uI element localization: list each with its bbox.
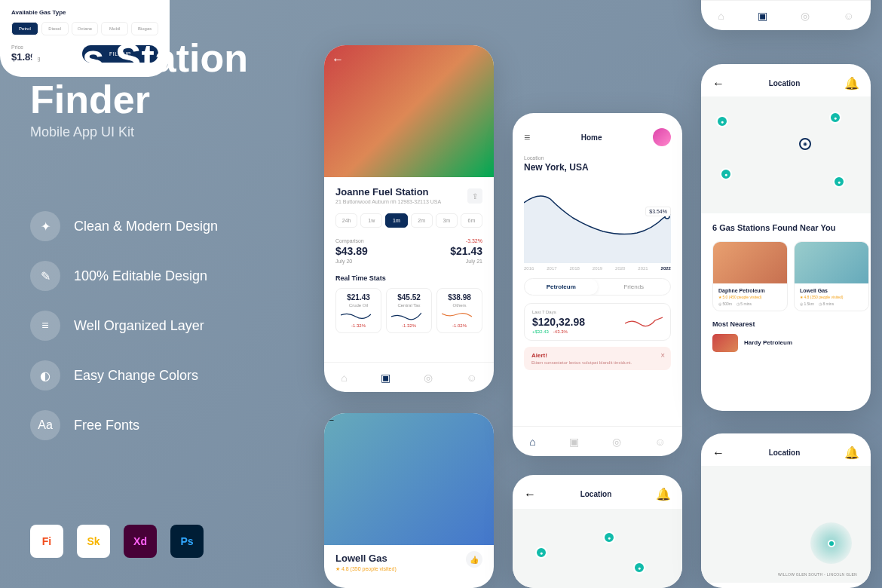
tool-icons: Fi Sk Xd Ps: [30, 525, 204, 558]
close-icon[interactable]: ×: [660, 351, 665, 360]
chart-badge: $3.54%: [645, 207, 671, 216]
nearest-title: Most Nearest: [701, 311, 871, 328]
nearest-row[interactable]: Hardy Petroleum: [701, 328, 871, 352]
station-pin-icon[interactable]: ●: [716, 115, 728, 127]
alert-box: Alert! Etiam consectetur lectus volutpat…: [524, 347, 671, 370]
gas-type-tab[interactable]: Diesel: [41, 22, 69, 35]
wand-icon: ✦: [30, 211, 60, 241]
gas-type-tab[interactable]: Petrol: [11, 22, 38, 35]
back-icon[interactable]: ←: [324, 413, 494, 427]
station-pin-icon[interactable]: ●: [633, 562, 645, 574]
back-icon[interactable]: ←: [712, 446, 724, 460]
map[interactable]: ● ● ● ● ◉: [701, 96, 871, 213]
nav-fuel-icon[interactable]: ▣: [758, 10, 767, 22]
bell-icon[interactable]: 🔔: [656, 487, 671, 501]
comparison-delta: -3.32%: [450, 238, 482, 243]
station-thumb: [712, 334, 738, 352]
price-chart[interactable]: $3.54%: [524, 180, 671, 263]
page-title: Location: [769, 79, 801, 87]
station-address: 21 Buttonwood Auburn nh 12983-32113 USA: [335, 199, 482, 204]
bell-icon[interactable]: 🔔: [844, 446, 859, 460]
stat-card[interactable]: $38.98Others-1.02%: [436, 288, 482, 333]
station-card[interactable]: Daphne Petroleum★ 5.0 (450 people visite…: [712, 241, 788, 311]
feature-text: Free Fonts: [74, 418, 139, 433]
screen-station-card: ← Lowell Gas ★ 4.8 (350 people visited) …: [324, 413, 494, 588]
last7-up: +$32.43: [532, 329, 549, 334]
nav-location-icon[interactable]: ◎: [801, 10, 810, 22]
sketch-icon: Sk: [77, 525, 110, 558]
hero-subtitle: Mobile App UI Kit: [30, 124, 134, 140]
station-pin-icon[interactable]: ●: [603, 531, 615, 544]
period-tab[interactable]: 24h: [335, 213, 357, 228]
station-card[interactable]: Lowell Gas★ 4.8 (350 people visited)◎ 1.…: [794, 241, 869, 311]
nav-profile-icon[interactable]: ☺: [844, 10, 854, 22]
stat-card[interactable]: $21.43Crude Oil-1.32%: [335, 288, 381, 333]
share-button[interactable]: ⇪: [467, 188, 482, 204]
last7-card[interactable]: Last 7 Days$120,32.98+$32.43-43.3%: [524, 303, 671, 341]
station-pin-icon[interactable]: ●: [535, 547, 547, 559]
xd-icon: Xd: [124, 525, 157, 558]
period-tab[interactable]: 6m: [461, 213, 482, 228]
user-location-icon: ◉: [799, 138, 811, 150]
nav-profile-icon[interactable]: ☺: [467, 372, 477, 384]
period-tab[interactable]: 2m: [411, 213, 433, 228]
like-button[interactable]: 👍: [466, 551, 482, 568]
last7-label: Last 7 Days: [532, 310, 585, 314]
station-thumb: [713, 242, 787, 283]
location-radar: [810, 522, 852, 564]
gas-type-tab[interactable]: Biogas: [131, 22, 158, 35]
station-pin-icon[interactable]: ●: [833, 176, 845, 188]
bell-icon[interactable]: 🔔: [844, 76, 859, 90]
station-name: Joanne Fuel Station: [335, 186, 482, 198]
nav-home-icon[interactable]: ⌂: [529, 436, 535, 448]
map[interactable]: ● ● ●: [513, 509, 682, 588]
user-location-icon: [828, 540, 835, 547]
avatar[interactable]: [653, 128, 671, 146]
station-rating: ★ 4.8 (350 people visited): [335, 566, 482, 572]
chart-x-axis: 2016201720182019202020212022: [513, 266, 682, 271]
feature-text: Clean & Modern Design: [74, 219, 218, 234]
back-icon[interactable]: ←: [712, 77, 724, 90]
comparison-label: Comparison: [335, 238, 368, 243]
period-tab[interactable]: 1m: [385, 213, 407, 228]
pen-icon: ✎: [30, 261, 60, 291]
ps-icon: Ps: [170, 525, 204, 558]
period-tab[interactable]: 3m: [436, 213, 458, 228]
nav-location-icon[interactable]: ◎: [612, 436, 621, 448]
station-name: Lowell Gas: [335, 553, 482, 564]
page-title: Location: [769, 449, 801, 457]
back-icon[interactable]: ←: [524, 488, 536, 501]
segment-petroleum[interactable]: Petroleum: [525, 279, 598, 295]
nav-home-icon[interactable]: ⌂: [718, 10, 724, 22]
station-pin-icon[interactable]: ●: [720, 168, 732, 180]
nav-fuel-icon[interactable]: ▣: [569, 436, 579, 448]
font-icon: Aa: [30, 410, 60, 440]
layers-icon: ≡: [30, 311, 60, 341]
station-photo: ←: [324, 413, 494, 545]
palette-icon: ◐: [30, 360, 60, 390]
last7-value: $120,32.98: [532, 316, 585, 328]
gas-type-tab[interactable]: Mobil: [101, 22, 128, 35]
period-tab[interactable]: 1w: [360, 213, 382, 228]
alert-title: Alert!: [531, 352, 663, 359]
nav-location-icon[interactable]: ◎: [424, 372, 433, 384]
map[interactable]: WILLOW GLEN SOUTH - LINCOLN GLEN: [701, 466, 871, 583]
period-tabs: 24h 1w 1m 2m 3m 6m: [335, 213, 482, 228]
station-pin-icon[interactable]: ●: [829, 112, 841, 124]
nav-fuel-icon[interactable]: ▣: [381, 372, 390, 384]
feature-list: ✦Clean & Modern Design ✎100% Editable De…: [30, 211, 218, 460]
menu-icon[interactable]: ≡: [524, 131, 530, 143]
nav-home-icon[interactable]: ⌂: [341, 372, 347, 384]
stat-card[interactable]: $45.52Central Tax-1.32%: [386, 288, 432, 333]
segment-friends[interactable]: Friends: [598, 279, 671, 295]
back-icon[interactable]: ←: [332, 53, 344, 66]
bottom-nav: ⌂ ▣ ◎ ☺: [513, 426, 682, 456]
nav-profile-icon[interactable]: ☺: [655, 436, 666, 448]
gas-type-tab[interactable]: Octane: [72, 22, 99, 35]
comparison-date: July 20: [335, 259, 368, 264]
realtime-stats-title: Real Time Stats: [335, 274, 482, 282]
map-area-label: WILLOW GLEN SOUTH - LINCOLN GLEN: [778, 572, 857, 577]
screen-location-map: ←Location🔔 ● ● ●: [513, 475, 682, 588]
screen-home: ≡ Home LocationNew York, USA $3.54% 2016…: [513, 113, 682, 456]
last7-down: -43.3%: [553, 329, 568, 334]
